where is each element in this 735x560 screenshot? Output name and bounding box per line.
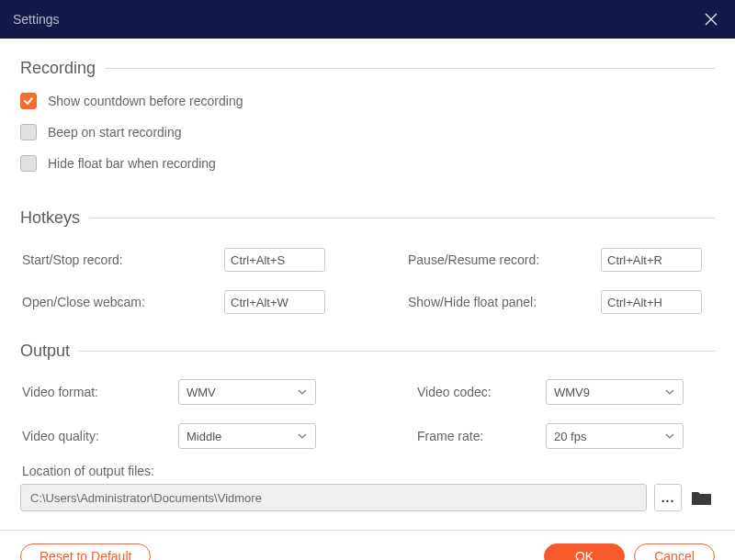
close-button[interactable] <box>700 8 722 30</box>
label-output-location: Location of output files: <box>20 456 715 484</box>
hotkey-label-start-stop: Start/Stop record: <box>22 252 224 267</box>
checkbox-row-beep: Beep on start recording <box>20 117 715 148</box>
checkbox-row-countdown: Show countdown before recording <box>20 85 715 117</box>
section-divider <box>79 351 715 352</box>
folder-icon <box>691 488 713 507</box>
ok-button[interactable]: OK <box>544 543 625 560</box>
checkbox-hide-float[interactable] <box>20 155 37 172</box>
label-video-quality: Video quality: <box>22 429 178 443</box>
section-label-hotkeys: Hotkeys <box>20 208 80 228</box>
select-video-quality[interactable]: Middle <box>178 423 316 449</box>
checkbox-beep[interactable] <box>20 124 37 140</box>
cancel-button[interactable]: Cancel <box>634 543 715 560</box>
checkbox-label: Hide float bar when recording <box>48 156 216 171</box>
select-frame-rate[interactable]: 20 fps <box>546 423 684 449</box>
select-value: Middle <box>187 430 221 443</box>
checkbox-row-hide-float: Hide float bar when recording <box>20 148 715 179</box>
window-title: Settings <box>13 12 60 27</box>
select-value: 20 fps <box>554 430 586 443</box>
chevron-down-icon <box>297 431 308 442</box>
hotkey-label-pause-resume: Pause/Resume record: <box>408 252 601 267</box>
titlebar: Settings <box>0 0 735 39</box>
checkmark-icon <box>23 95 34 106</box>
reset-button[interactable]: Reset to Default <box>20 543 151 560</box>
label-frame-rate: Frame rate: <box>417 429 546 443</box>
close-icon <box>705 13 718 26</box>
section-output: Output <box>20 342 715 361</box>
browse-button[interactable]: ... <box>654 484 682 511</box>
select-value: WMV <box>187 386 216 399</box>
chevron-down-icon <box>297 386 308 398</box>
label-video-codec: Video codec: <box>417 385 546 399</box>
section-recording: Recording <box>20 59 715 78</box>
section-label-output: Output <box>20 342 70 361</box>
checkbox-label: Show countdown before recording <box>48 94 243 108</box>
select-video-format[interactable]: WMV <box>178 379 316 405</box>
footer: Reset to Default OK Cancel <box>0 531 735 560</box>
hotkey-input-float-panel[interactable] <box>601 290 702 314</box>
hotkey-input-start-stop[interactable] <box>224 248 325 272</box>
open-folder-button[interactable] <box>689 485 715 510</box>
hotkey-label-float-panel: Show/Hide float panel: <box>408 295 601 309</box>
section-divider <box>105 68 715 69</box>
checkbox-label: Beep on start recording <box>48 125 182 140</box>
select-video-codec[interactable]: WMV9 <box>546 379 684 405</box>
chevron-down-icon <box>664 386 675 398</box>
hotkey-input-pause-resume[interactable] <box>601 248 702 272</box>
checkbox-show-countdown[interactable] <box>20 93 37 109</box>
hotkey-input-webcam[interactable] <box>224 290 325 314</box>
section-label-recording: Recording <box>20 59 96 78</box>
input-output-path[interactable] <box>20 484 647 511</box>
label-video-format: Video format: <box>22 385 178 399</box>
section-divider <box>89 218 715 218</box>
select-value: WMV9 <box>554 386 590 399</box>
hotkey-label-webcam: Open/Close webcam: <box>22 295 224 309</box>
chevron-down-icon <box>664 431 675 442</box>
section-hotkeys: Hotkeys <box>20 208 715 228</box>
